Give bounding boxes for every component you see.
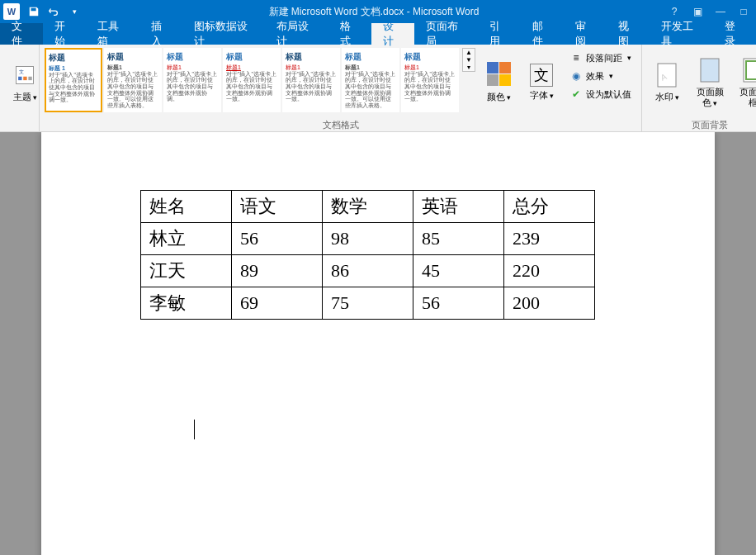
tab-chartdata[interactable]: 图标数据设计 [182, 23, 266, 45]
tab-layoutdesign[interactable]: 布局设计 [265, 23, 328, 45]
table-header-cell[interactable]: 英语 [413, 191, 504, 223]
style-sub: 标题1 [345, 64, 396, 71]
ribbon-tabs: 文件 开始 工具箱 插入 图标数据设计 布局设计 格式 设计 页面布局 引用 邮… [0, 23, 756, 45]
undo-button[interactable] [45, 2, 63, 21]
ribbon: 文 主题▾ 标题标题 1对于"插入"选项卡上的库，在设计时使其中包含的项目与文档… [0, 45, 756, 132]
style-sub: 标题 1 [49, 65, 98, 72]
paragraph-spacing-button[interactable]: ≡段落间距▾ [566, 50, 635, 66]
tab-home[interactable]: 开始 [43, 23, 86, 45]
set-default-button[interactable]: ✔设为默认值 [566, 86, 635, 102]
gallery-up-button[interactable]: ▲ [463, 49, 475, 56]
save-button[interactable] [25, 2, 43, 21]
style-sub: 标题1 [404, 64, 456, 71]
themes-button[interactable]: 文 主题▾ [5, 48, 45, 117]
table-cell[interactable]: 89 [232, 255, 323, 287]
tab-developer[interactable]: 开发工具 [650, 23, 712, 45]
table-cell[interactable]: 239 [504, 223, 595, 255]
gallery-more-button[interactable]: ▾ [463, 64, 475, 71]
tab-references[interactable]: 引用 [478, 23, 521, 45]
table-cell[interactable]: 李敏 [141, 287, 232, 320]
svg-text:文: 文 [19, 69, 24, 75]
style-gallery[interactable]: 标题标题 1对于"插入"选项卡上的库，在设计时使其中包含的项目与文档整体外观协调… [45, 48, 459, 112]
table-header-row[interactable]: 姓名 语文 数学 英语 总分 [141, 191, 595, 223]
svg-rect-2 [18, 77, 21, 80]
table-cell[interactable]: 86 [323, 255, 413, 287]
page-color-label: 页面颜色 [697, 87, 724, 107]
page-border-icon [739, 57, 756, 83]
word-app-icon: W [3, 3, 20, 20]
watermark-button[interactable]: A 水印▾ [647, 48, 687, 117]
table-cell[interactable]: 69 [232, 287, 323, 320]
tab-insert[interactable]: 插入 [139, 23, 182, 45]
table-row[interactable]: 李敏 69 75 56 200 [141, 287, 595, 320]
table-cell[interactable]: 江天 [141, 255, 232, 287]
gallery-down-button[interactable]: ▼ [463, 56, 475, 64]
check-icon: ✔ [569, 88, 583, 101]
table-cell[interactable]: 85 [413, 223, 504, 255]
colors-icon [485, 62, 512, 88]
style-body: 对于"插入"选项卡上的库，在设计时使其中包含的项目与文档整体外观协调一致。 [404, 71, 456, 102]
tab-pagelayout[interactable]: 页面布局 [414, 23, 477, 45]
colors-button[interactable]: 颜色▾ [479, 48, 518, 117]
effects-icon: ◉ [569, 69, 583, 83]
page-color-icon [697, 57, 723, 83]
document-area[interactable]: 姓名 语文 数学 英语 总分 林立 56 98 85 239 江天 89 86 … [0, 132, 756, 555]
table-cell[interactable]: 200 [504, 287, 595, 320]
tab-mail[interactable]: 邮件 [521, 23, 564, 45]
style-body: 对于"插入"选项卡上的库，在设计时使其中包含的项目与文档整体外观协调一致。 [49, 72, 98, 103]
table-cell[interactable]: 75 [323, 287, 413, 320]
watermark-label: 水印 [655, 92, 673, 102]
tab-review[interactable]: 审阅 [564, 23, 607, 45]
tab-file[interactable]: 文件 [0, 23, 43, 45]
table-cell[interactable]: 98 [323, 223, 413, 255]
data-table[interactable]: 姓名 语文 数学 英语 总分 林立 56 98 85 239 江天 89 86 … [140, 190, 595, 320]
table-cell[interactable]: 56 [232, 223, 323, 255]
minimize-button[interactable]: — [711, 2, 730, 21]
window-controls: ? ▣ — □ [665, 2, 753, 21]
table-cell[interactable]: 45 [413, 255, 504, 287]
svg-rect-3 [23, 77, 26, 80]
style-sub: 标题1 [226, 64, 277, 71]
gallery-scroll: ▲ ▼ ▾ [462, 48, 475, 72]
maximize-button[interactable]: □ [735, 2, 753, 21]
table-cell[interactable]: 220 [504, 255, 595, 287]
fonts-button[interactable]: 文 字体▾ [522, 48, 561, 117]
style-sub: 标题1 [107, 64, 158, 71]
table-header-cell[interactable]: 语文 [232, 191, 323, 223]
table-header-cell[interactable]: 数学 [323, 191, 413, 223]
table-cell[interactable]: 林立 [141, 223, 232, 255]
para-spacing-label: 段落间距 [586, 52, 622, 64]
page-color-button[interactable]: 页面颜色▾ [690, 48, 730, 117]
tab-design[interactable]: 设计 [371, 23, 414, 45]
style-item-2[interactable]: 标题标题1对于"插入"选项卡上的库，在设计时使其中包含的项目与文档整体外观协调一… [104, 48, 162, 112]
tab-toolbox[interactable]: 工具箱 [86, 23, 139, 45]
table-row[interactable]: 江天 89 86 45 220 [141, 255, 595, 287]
style-item-1[interactable]: 标题标题 1对于"插入"选项卡上的库，在设计时使其中包含的项目与文档整体外观协调… [45, 48, 102, 112]
table-header-cell[interactable]: 姓名 [141, 191, 232, 223]
style-body: 对于"插入"选项卡上的库，在设计时使其中包含的项目与文档整体外观协调一致。 [226, 71, 277, 102]
tab-view[interactable]: 视图 [607, 23, 650, 45]
style-title: 标题 [286, 51, 337, 63]
style-item-5[interactable]: 标题标题1对于"插入"选项卡上的库，在设计时使其中包含的项目与文档整体外观协调一… [282, 48, 340, 112]
table-header-cell[interactable]: 总分 [504, 191, 595, 223]
style-item-7[interactable]: 标题标题1对于"插入"选项卡上的库，在设计时使其中包含的项目与文档整体外观协调一… [401, 48, 459, 112]
style-title: 标题 [49, 52, 98, 64]
style-item-6[interactable]: 标题标题1对于"插入"选项卡上的库，在设计时使其中包含的项目与文档整体外观协调一… [342, 48, 399, 112]
style-item-3[interactable]: 标题标题1对于"插入"选项卡上的库，在设计时使其中包含的项目与文档整体外观协调。 [163, 48, 221, 112]
style-item-4[interactable]: 标题标题1对于"插入"选项卡上的库，在设计时使其中包含的项目与文档整体外观协调一… [223, 48, 281, 112]
themes-label: 主题 [13, 92, 31, 102]
help-button[interactable]: ? [665, 2, 683, 21]
qat-customize-button[interactable]: ▾ [64, 2, 83, 21]
colors-label: 颜色 [487, 92, 505, 102]
table-cell[interactable]: 56 [413, 287, 504, 320]
tab-format[interactable]: 格式 [328, 23, 371, 45]
effects-button[interactable]: ◉效果▾ [566, 68, 635, 84]
page-border-button[interactable]: 页面边框 [733, 48, 756, 117]
ribbon-display-button[interactable]: ▣ [688, 2, 706, 21]
fonts-icon: 文 [530, 64, 553, 87]
paragraph-spacing-icon: ≡ [569, 51, 583, 64]
document-page[interactable]: 姓名 语文 数学 英语 总分 林立 56 98 85 239 江天 89 86 … [41, 132, 715, 555]
tab-signin[interactable]: 登录 [713, 23, 756, 45]
effects-label: 效果 [586, 70, 604, 83]
table-row[interactable]: 林立 56 98 85 239 [141, 223, 595, 255]
